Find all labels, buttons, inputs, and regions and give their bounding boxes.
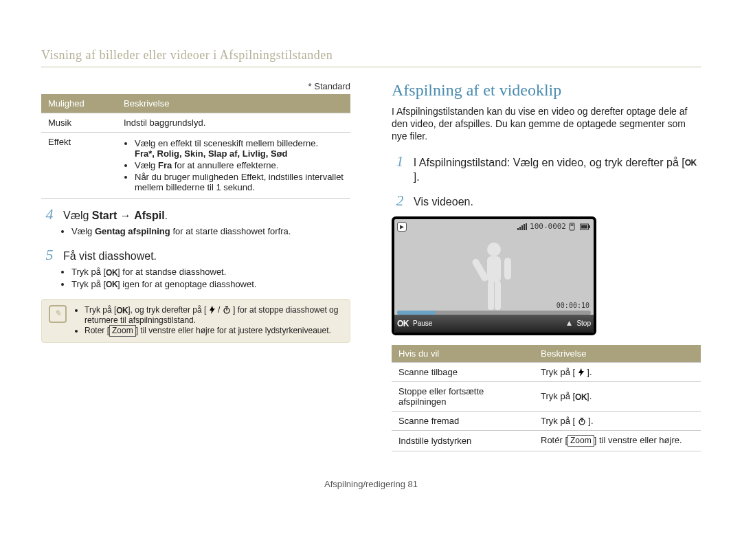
person-silhouette <box>470 240 518 315</box>
svg-rect-12 <box>504 258 511 280</box>
col-header-action-desc: Beskrivelse <box>534 345 701 363</box>
note-item-2: Roter [Zoom] til venstre eller højre for… <box>85 325 343 337</box>
ok-icon: OK <box>575 392 587 402</box>
action-scan-back: Scanne tilbage <box>392 362 534 381</box>
desc-effekt: Vælg en effekt til sceneskift mellem bil… <box>117 133 350 199</box>
zoom-button: Zoom <box>567 435 594 447</box>
timer-icon <box>223 306 231 314</box>
step-4-sub: Vælg Gentag afspilning for at starte dia… <box>71 226 350 236</box>
action-volume-desc: Rotér [Zoom] til venstre eller højre. <box>534 430 701 451</box>
note-item-1: Tryk på [OK], og tryk derefter på [ / ] … <box>85 305 343 325</box>
ok-icon: OK <box>106 280 117 289</box>
stop-label: Stop <box>576 320 591 327</box>
action-volume: Indstille lydstyrken <box>392 430 534 451</box>
signal-icon <box>517 223 527 230</box>
col-header-action: Hvis du vil <box>392 345 534 363</box>
note-icon: ✎ <box>49 305 67 323</box>
step-2-text: Vis videoen. <box>414 192 473 210</box>
step-1-text: I Afspilningstilstand: Vælg en video, og… <box>414 153 701 185</box>
step-5-text: Få vist diasshowet. <box>63 246 157 264</box>
step-number-2: 2 <box>392 192 408 210</box>
divider <box>41 67 701 67</box>
standard-note: * Standard <box>41 81 350 91</box>
step-number-1: 1 <box>392 153 408 170</box>
step-5-bullet-1: Tryk på [OK] for at standse diasshowet. <box>71 267 350 278</box>
timecode: 00:00:10 <box>556 302 589 309</box>
col-header-description: Beskrivelse <box>117 94 350 113</box>
ok-icon: OK <box>106 268 117 278</box>
page-footer: Afspilning/redigering 81 <box>41 479 701 489</box>
action-scan-back-desc: Tryk på [ ]. <box>534 362 701 381</box>
step-5-bullet-2: Tryk på [OK] igen for at genoptage diass… <box>71 279 350 290</box>
svg-rect-7 <box>581 225 587 228</box>
section-heading: Afspilning af et videoklip <box>392 81 701 100</box>
svg-marker-15 <box>567 321 572 326</box>
desc-musik: Indstil baggrundslyd. <box>117 113 350 133</box>
action-scan-forward-desc: Tryk på [ ]. <box>534 411 701 430</box>
svg-rect-13 <box>488 281 494 310</box>
video-preview: ▶ 100-0002 <box>392 216 596 335</box>
svg-marker-0 <box>210 306 215 314</box>
svg-rect-14 <box>495 281 501 310</box>
timer-icon <box>578 417 586 425</box>
step-number-5: 5 <box>41 246 58 264</box>
col-header-option: Mulighed <box>41 94 117 113</box>
step-2: 2 Vis videoen. <box>392 192 701 210</box>
zoom-button: Zoom <box>109 325 136 337</box>
flash-icon <box>209 306 216 314</box>
step-4-text: Vælg Start → Afspil. <box>63 205 168 223</box>
opt-effekt: Effekt <box>41 133 117 199</box>
note-box: ✎ Tryk på [OK], og tryk derefter på [ / … <box>41 299 350 343</box>
step-1: 1 I Afspilningstilstand: Vælg en video, … <box>392 153 701 185</box>
svg-marker-16 <box>578 368 584 377</box>
flash-icon <box>578 368 585 377</box>
ok-icon: OK <box>685 157 697 168</box>
step-4: 4 Vælg Start → Afspil. <box>41 205 350 223</box>
intro-text: I Afspilningstilstanden kan du vise en v… <box>392 105 701 143</box>
options-table: Mulighed Beskrivelse Musik Indstil baggr… <box>41 94 350 199</box>
ok-icon: OK <box>116 306 128 315</box>
battery-icon <box>580 223 591 230</box>
play-indicator: ▶ <box>397 222 407 232</box>
action-pause-resume-desc: Tryk på [OK]. <box>534 381 701 411</box>
actions-table: Hvis du vil Beskrivelse Scanne tilbage T… <box>392 345 701 451</box>
frame-counter: 100-0002 <box>530 222 566 231</box>
step-5: 5 Få vist diasshowet. <box>41 246 350 264</box>
svg-rect-5 <box>571 224 574 225</box>
opt-musik: Musik <box>41 113 117 133</box>
svg-point-9 <box>487 243 501 256</box>
svg-rect-8 <box>589 225 590 228</box>
action-pause-resume: Stoppe eller fortsætte afspilningen <box>392 381 534 411</box>
up-triangle-icon <box>566 320 572 326</box>
action-scan-forward: Scanne fremad <box>392 411 534 430</box>
card-icon <box>569 223 577 231</box>
svg-rect-10 <box>487 256 501 282</box>
pause-label: Pause <box>413 320 432 327</box>
ok-icon: OK <box>397 319 409 328</box>
svg-rect-11 <box>471 258 490 282</box>
breadcrumb: Visning af billeder eller videoer i Afsp… <box>41 48 701 63</box>
step-number-4: 4 <box>41 205 58 223</box>
